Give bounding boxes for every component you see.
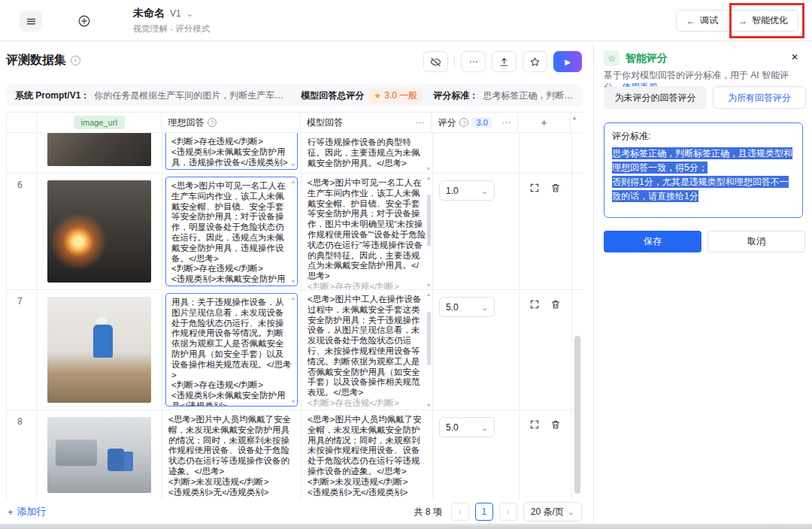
prev-page-button[interactable]: ‹ bbox=[451, 503, 469, 521]
table-scrollbar[interactable] bbox=[574, 336, 580, 494]
table-row: <判断>存在违规</判断> <违规类别>未佩戴安全防护用具，违规操作设备</违规… bbox=[7, 133, 583, 174]
model-answer-cell[interactable]: <思考>图片中人员均佩戴了安全帽，未发现未佩戴安全防护用具的情况；同时，未观察到… bbox=[301, 410, 432, 500]
plus-icon: + bbox=[8, 506, 14, 518]
smart-score-panel: ☆ 智能评分 ✕ 基于你对模型回答的评分标准，用于 AI 智能评分。使用手册 为… bbox=[595, 42, 812, 524]
dataset-toolbar: ⋯ ▶ bbox=[423, 51, 582, 72]
row-image[interactable] bbox=[47, 180, 151, 283]
ideal-column-header: 理想回答 ? bbox=[162, 113, 300, 132]
more-icon[interactable]: ⋯ bbox=[501, 117, 511, 128]
run-button[interactable]: ▶ bbox=[553, 51, 582, 72]
trash-icon[interactable] bbox=[550, 183, 561, 193]
panel-title: 智能评分 bbox=[626, 52, 668, 65]
table-row: 6 <思考>图片中可见一名工人在生产车间内作业，该工人未佩戴安全帽、护目镜、安全… bbox=[7, 174, 583, 290]
question-icon: ? bbox=[208, 118, 217, 127]
criteria-line-2: 否则得1分，尤其是违规类型和理想回答不一致的话，请直接给1分 bbox=[612, 176, 789, 202]
chevron-down-icon[interactable]: ⌄ bbox=[186, 11, 193, 17]
trash-icon[interactable] bbox=[550, 299, 561, 310]
score-dropdown[interactable]: 5.0 ⌄ bbox=[439, 297, 495, 317]
row-number-header bbox=[7, 113, 37, 132]
star-icon bbox=[529, 56, 541, 68]
score-unscored-button[interactable]: 为未评分的回答评分 bbox=[604, 86, 707, 109]
favorite-button[interactable] bbox=[523, 51, 547, 72]
info-icon: i bbox=[71, 56, 80, 65]
row-number: 6 bbox=[7, 174, 36, 190]
menu-icon[interactable] bbox=[20, 11, 42, 32]
row-image[interactable] bbox=[47, 417, 151, 493]
caret-up-icon: ▴ bbox=[292, 295, 295, 301]
caret-down-icon: ▾ bbox=[427, 165, 430, 172]
add-column-icon[interactable]: + bbox=[541, 116, 547, 128]
model-answer-cell[interactable]: <思考>图片中可见一名工人在生产车间内作业，该工人未佩戴安全帽、护目镜、安全手套… bbox=[301, 174, 432, 289]
scrollbar-gutter[interactable]: ▴ bbox=[571, 113, 583, 132]
row-image[interactable] bbox=[47, 133, 151, 166]
table-footer: + 添加行 共 8 项 ‹ 1 › 20 条/页 ⌄ bbox=[0, 500, 594, 524]
question-icon: ? bbox=[459, 118, 468, 127]
dataset-title: 评测数据集 bbox=[6, 53, 66, 68]
chevron-down-icon: ⌄ bbox=[481, 304, 488, 310]
model-answer-cell[interactable]: 行等违规操作设备的典型特征。因此，主要违规点为未佩戴安全防护用具。</思考> ▾ bbox=[301, 133, 432, 173]
page-size-select[interactable]: 20 条/页 ⌄ bbox=[523, 502, 582, 521]
eye-off-icon bbox=[430, 56, 441, 68]
expand-icon[interactable] bbox=[529, 183, 540, 193]
plus-circle-icon[interactable] bbox=[75, 12, 93, 30]
score-column-header: 评分 ? 3.0 ⋯ bbox=[432, 113, 518, 132]
trash-icon[interactable] bbox=[550, 419, 561, 430]
chevron-down-icon: ⌄ bbox=[568, 509, 574, 515]
cancel-button[interactable]: 取消 bbox=[707, 231, 805, 252]
cell-scrollbar[interactable] bbox=[427, 312, 431, 366]
image-url-tag: image_url bbox=[74, 116, 125, 129]
score-dropdown[interactable]: 5.0 ⌄ bbox=[439, 417, 495, 437]
upload-button[interactable] bbox=[492, 51, 517, 72]
debug-button[interactable]: ← 调试 bbox=[677, 11, 728, 31]
model-column-header: 模型回答 ⋯ bbox=[301, 113, 432, 132]
ideal-answer-cell[interactable]: <思考>图片中可见一名工人在生产车间内作业，该工人未佩戴安全帽、护目镜、安全手套… bbox=[165, 177, 298, 286]
criteria-label: 评分标准: bbox=[612, 129, 795, 144]
table-row: 7 用具；关于违规操作设备，从图片呈现信息看，未发现设备处于危险状态仍运行、未按… bbox=[7, 290, 583, 410]
hide-column-button[interactable] bbox=[423, 51, 448, 72]
chevron-down-icon: ⌄ bbox=[481, 188, 488, 194]
arrow-left-icon: ← bbox=[686, 16, 695, 26]
cell-scrollbar[interactable] bbox=[427, 195, 431, 246]
more-icon: ⋯ bbox=[469, 56, 478, 67]
add-column-header: + bbox=[518, 113, 571, 132]
total-score-label: 模型回答总评分 bbox=[301, 89, 364, 102]
dataset-section: 评测数据集 i ⋯ ▶ 系统 Prompt/V1： 你的任务是根据生产车间的图片… bbox=[0, 42, 594, 524]
page-title: 未命名 bbox=[133, 7, 165, 20]
more-icon[interactable]: ⋯ bbox=[415, 117, 425, 128]
add-row-button[interactable]: + 添加行 bbox=[8, 505, 47, 518]
criteria-textarea[interactable]: 评分标准: 思考标签正确，判断标签正确，且违规类型和理想回答一致，得5分； 否则… bbox=[604, 122, 803, 218]
system-prompt-bar[interactable]: 系统 Prompt/V1： 你的任务是根据生产车间的图片，判断生产车间是否存在违… bbox=[6, 84, 583, 107]
total-count: 共 8 项 bbox=[414, 506, 441, 518]
smart-score-icon: ☆ bbox=[604, 50, 620, 66]
annotation-box bbox=[729, 3, 804, 38]
expand-icon[interactable] bbox=[529, 299, 540, 310]
save-button[interactable]: 保存 bbox=[604, 231, 701, 252]
caret-down-icon: ▾ bbox=[427, 402, 430, 409]
expand-icon[interactable] bbox=[529, 419, 540, 430]
next-page-button[interactable]: › bbox=[499, 503, 517, 521]
model-answer-cell[interactable]: <思考>图片中工人在操作设备过程中，未佩戴安全手套这类安全防护用具；关于违规操作… bbox=[301, 290, 432, 410]
close-icon[interactable]: ✕ bbox=[791, 52, 798, 62]
row-image[interactable] bbox=[47, 297, 151, 403]
caret-down-icon: ▾ bbox=[292, 398, 295, 405]
caret-up-icon: ▴ bbox=[573, 114, 576, 121]
version-label: V1 bbox=[170, 8, 181, 19]
more-button[interactable]: ⋯ bbox=[461, 51, 486, 72]
score-dropdown[interactable]: 1.0 ⌄ bbox=[439, 180, 495, 201]
caret-up-icon: ▴ bbox=[427, 291, 430, 298]
upload-icon bbox=[498, 56, 510, 68]
chevron-right-icon: › bbox=[507, 506, 510, 517]
score-all-button[interactable]: 为所有回答评分 bbox=[713, 86, 806, 109]
caret-up-icon: ▴ bbox=[427, 174, 430, 181]
table-row: 8 <思考>图片中人员均佩戴了安全帽，未发现未佩戴安全防护用具的情况；同时，未观… bbox=[7, 410, 583, 500]
ideal-answer-cell[interactable]: <判断>存在违规</判断> <违规类别>未佩戴安全防护用具，违规操作设备</违规… bbox=[165, 133, 298, 170]
caret-down-icon: ▾ bbox=[292, 278, 295, 285]
criteria-preview: 思考标签正确，判断标签正确，且违... bbox=[483, 89, 574, 102]
ideal-answer-cell[interactable]: <思考>图片中人员均佩戴了安全帽，未发现未佩戴安全防护用具的情况；同时，未观察到… bbox=[162, 410, 301, 500]
prompt-label: 系统 Prompt/V1： bbox=[15, 89, 89, 102]
row-number: 7 bbox=[7, 290, 36, 307]
chevron-down-icon: ⌄ bbox=[481, 425, 488, 431]
ideal-answer-cell[interactable]: 用具；关于违规操作设备，从图片呈现信息看，未发现设备处于危险状态仍运行、未按操作… bbox=[165, 293, 298, 407]
page-number-button[interactable]: 1 bbox=[475, 503, 493, 521]
caret-up-icon: ▴ bbox=[292, 178, 295, 185]
